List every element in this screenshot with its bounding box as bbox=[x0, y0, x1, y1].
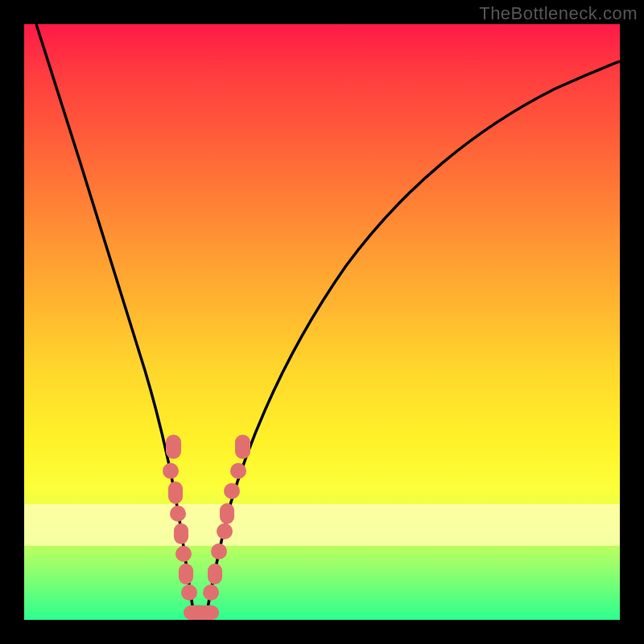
marker-right-3 bbox=[211, 543, 227, 559]
marker-left-7 bbox=[179, 564, 193, 584]
marker-right-1 bbox=[203, 584, 219, 601]
plot-area bbox=[24, 24, 620, 620]
marker-left-3 bbox=[168, 481, 183, 504]
bottleneck-curve bbox=[36, 24, 620, 620]
marker-valley-2 bbox=[192, 605, 207, 620]
marker-left-5 bbox=[174, 523, 188, 544]
marker-left-2 bbox=[163, 463, 179, 479]
chart-frame: TheBottleneck.com bbox=[0, 0, 644, 644]
marker-left-1 bbox=[166, 435, 181, 459]
marker-left-6 bbox=[175, 546, 192, 562]
watermark-text: TheBottleneck.com bbox=[479, 3, 638, 24]
marker-left-8 bbox=[181, 584, 197, 601]
marker-left-4 bbox=[170, 506, 186, 522]
marker-right-4 bbox=[217, 523, 233, 539]
marker-right-6 bbox=[224, 483, 240, 499]
marker-right-5 bbox=[220, 503, 234, 524]
marker-right-2 bbox=[208, 564, 222, 584]
marker-right-8 bbox=[235, 435, 250, 459]
curve-svg bbox=[24, 24, 620, 620]
marker-right-7 bbox=[230, 463, 246, 479]
